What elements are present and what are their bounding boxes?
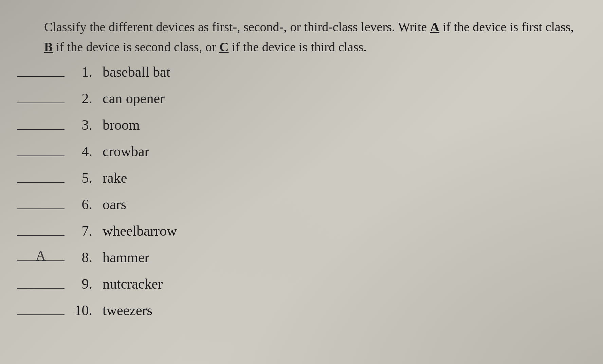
list-item: 9. nutcracker: [17, 276, 576, 292]
answer-blank[interactable]: [17, 171, 65, 183]
option-a-label: A: [430, 20, 439, 34]
list-item: 2. can opener: [17, 90, 576, 107]
instruction-part-1: Classify the different devices as first-…: [44, 20, 430, 34]
instruction-part-3: if the device is second class, or: [53, 40, 219, 54]
list-item: 7. wheelbarrow: [17, 223, 576, 239]
option-c-label: C: [219, 40, 229, 54]
answer-blank[interactable]: [17, 65, 65, 77]
answer-blank[interactable]: [17, 277, 65, 289]
answer-blank[interactable]: [17, 118, 65, 130]
list-item: 1. baseball bat: [17, 64, 576, 80]
item-number: 6.: [72, 196, 92, 213]
list-item: A 8. hammer: [17, 249, 576, 266]
item-number: 1.: [72, 64, 92, 80]
item-number: 8.: [72, 249, 92, 266]
answer-blank[interactable]: [17, 303, 65, 315]
instructions-text: Classify the different devices as first-…: [14, 17, 576, 57]
option-b-label: B: [44, 40, 53, 54]
item-number: 5.: [72, 170, 92, 186]
item-text: baseball bat: [103, 64, 170, 80]
item-text: rake: [103, 170, 127, 186]
item-text: broom: [103, 117, 140, 133]
item-number: 4.: [72, 143, 92, 160]
list-item: 5. rake: [17, 170, 576, 186]
item-text: oars: [103, 196, 126, 213]
list-item: 6. oars: [17, 196, 576, 213]
list-item: 4. crowbar: [17, 143, 576, 160]
answer-blank[interactable]: [17, 144, 65, 156]
instruction-part-2: if the device is first class,: [439, 20, 574, 34]
answer-blank[interactable]: A: [17, 249, 65, 261]
item-number: 9.: [72, 276, 92, 292]
item-number: 3.: [72, 117, 92, 133]
answer-blank[interactable]: [17, 91, 65, 103]
answer-blank[interactable]: [17, 197, 65, 209]
item-text: nutcracker: [103, 276, 163, 292]
item-text: hammer: [103, 249, 149, 266]
question-list: 1. baseball bat 2. can opener 3. broom 4…: [14, 64, 576, 318]
instruction-part-4: if the device is third class.: [229, 40, 367, 54]
list-item: 3. broom: [17, 117, 576, 133]
list-item: 10. tweezers: [17, 302, 576, 318]
item-text: tweezers: [103, 302, 152, 318]
answer-blank[interactable]: [17, 224, 65, 236]
item-number: 7.: [72, 223, 92, 239]
item-text: wheelbarrow: [103, 223, 177, 239]
item-text: crowbar: [103, 143, 149, 160]
item-text: can opener: [103, 90, 165, 107]
item-number: 10.: [72, 302, 92, 318]
item-number: 2.: [72, 90, 92, 107]
